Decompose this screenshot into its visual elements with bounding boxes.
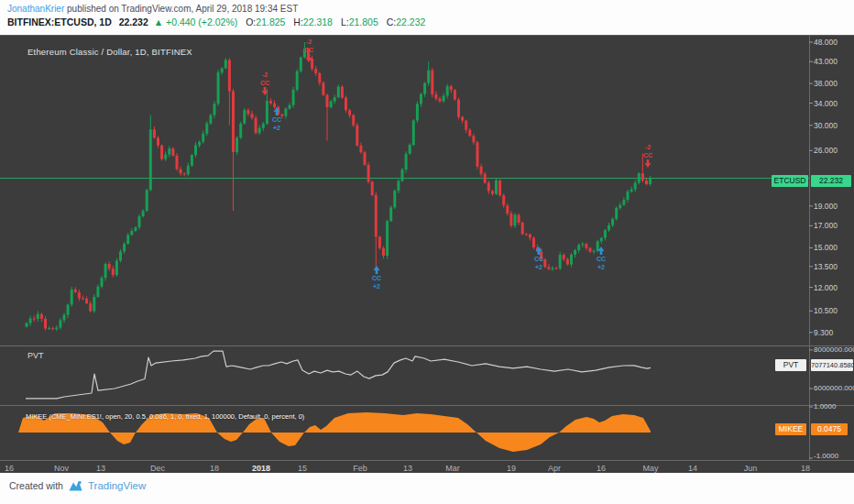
candle <box>638 173 640 182</box>
candle <box>187 166 190 174</box>
candle <box>330 102 333 107</box>
candle <box>577 245 580 250</box>
candle <box>341 87 344 98</box>
close-value: 22.232 <box>396 16 425 27</box>
candle <box>574 250 576 255</box>
candle <box>367 165 370 181</box>
candle <box>409 145 411 154</box>
candle <box>40 314 43 319</box>
price-tick-label: 43.000 <box>814 57 838 66</box>
price-tick-label: 48.000 <box>814 38 838 47</box>
signal-text: -2 <box>262 71 268 78</box>
tradingview-published-chart: JonathanKrier published on TradingView.c… <box>0 0 854 504</box>
candle <box>378 236 381 247</box>
candle <box>495 181 498 194</box>
candle <box>149 129 152 190</box>
candle <box>498 181 501 195</box>
candle <box>78 292 81 299</box>
candle <box>191 155 193 166</box>
candle <box>491 192 494 194</box>
sell-arrow-icon <box>645 159 651 168</box>
candle <box>457 100 460 117</box>
candle <box>502 195 505 205</box>
signal-text: CC <box>534 256 543 262</box>
candle <box>273 104 276 107</box>
candle <box>269 101 272 104</box>
candle <box>101 278 104 287</box>
candle <box>585 244 587 248</box>
candle <box>37 314 39 319</box>
signal-text: CC <box>372 275 381 281</box>
price-chart-plot[interactable]: CC+2CC+2CC+2CC+2-2CC-2CC-2CC <box>0 36 854 474</box>
candle <box>434 94 437 99</box>
candle <box>176 156 179 170</box>
candle <box>160 146 163 159</box>
author-link[interactable]: JonathanKrier <box>7 4 64 14</box>
candle <box>375 195 378 236</box>
candle <box>322 82 324 94</box>
footer: Created with TradingView <box>0 473 854 504</box>
buy-arrow-icon <box>374 266 380 274</box>
candle <box>615 208 618 219</box>
open-value: 21.825 <box>256 16 285 27</box>
candle <box>104 264 107 278</box>
pvt-indicator-label: PVT <box>27 351 44 360</box>
candle <box>258 128 261 134</box>
candle <box>311 59 313 69</box>
tradingview-link[interactable]: TradingView <box>88 480 146 491</box>
low-value: 21.805 <box>349 16 378 27</box>
candle <box>472 136 475 142</box>
price-tick-label: 15.000 <box>814 243 838 252</box>
candle <box>243 110 246 124</box>
candle <box>487 182 490 191</box>
candle <box>627 192 630 200</box>
candle <box>71 290 73 305</box>
candle <box>619 205 621 208</box>
price-tick-label: 34.000 <box>814 99 838 108</box>
candle <box>570 255 573 265</box>
candle <box>529 235 531 238</box>
candle <box>214 104 216 115</box>
candle <box>468 130 471 137</box>
candle <box>401 170 404 181</box>
candle <box>484 174 487 183</box>
candle <box>126 235 129 244</box>
signal-text: CC <box>272 116 281 123</box>
candle <box>543 259 546 267</box>
low-label: L: <box>341 16 349 27</box>
candle <box>393 191 396 207</box>
candle <box>597 241 599 251</box>
signal-text: +2 <box>273 125 280 131</box>
mikee-tag-label: MIKEE <box>775 423 806 435</box>
mikee-axis-top: 1.0000 <box>814 402 836 411</box>
candle <box>439 99 442 102</box>
created-with-text: Created with <box>9 480 63 491</box>
candle <box>359 146 362 152</box>
candle <box>461 117 464 121</box>
candle <box>454 90 456 99</box>
candle <box>386 221 389 256</box>
tradingview-logo-icon <box>68 479 83 492</box>
candle <box>108 264 111 268</box>
signal-text: CC <box>304 47 313 53</box>
candle <box>217 72 220 104</box>
candle <box>146 190 148 211</box>
chart-region[interactable]: CC+2CC+2CC+2CC+2-2CC-2CC-2CC Ethereum Cl… <box>0 35 854 473</box>
candle <box>416 104 419 120</box>
candle <box>112 268 115 275</box>
candle <box>235 137 238 152</box>
price-tick-label: 19.000 <box>814 202 838 211</box>
candle <box>96 287 99 297</box>
candle <box>427 71 430 83</box>
symbol-ohlc-row: BITFINEX:ETCUSD, 1D 22.232 ▲ +0.440 (+2.… <box>7 16 854 29</box>
candle <box>525 234 528 235</box>
candle <box>44 319 47 329</box>
candle <box>509 214 512 225</box>
candle <box>115 261 118 276</box>
candle <box>420 94 422 104</box>
signal-text: CC <box>260 80 269 86</box>
candle <box>518 214 520 223</box>
candle <box>348 110 351 115</box>
candle <box>228 60 231 91</box>
candle <box>630 190 633 192</box>
